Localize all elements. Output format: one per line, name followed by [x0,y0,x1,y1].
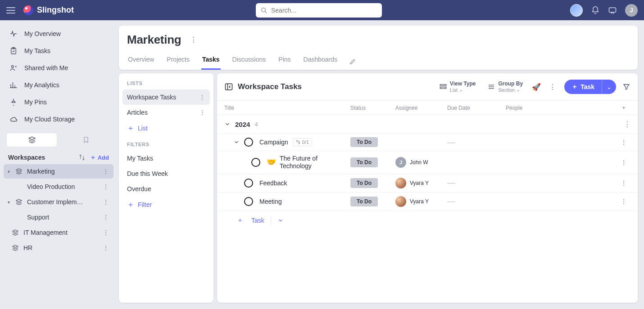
bookmark-toggle[interactable] [61,133,111,147]
group-row[interactable]: 2024 4 ⋮ [217,115,638,134]
workspace-it-management[interactable]: IT Management ⋮ [4,225,113,240]
more-icon[interactable]: ⋮ [617,139,630,146]
search-input[interactable] [271,7,377,14]
nav-my-overview[interactable]: My Overview [4,26,113,42]
group-title: 2024 [235,121,250,128]
nav-pins[interactable]: My Pins [4,94,113,110]
more-icon[interactable]: ⋮ [617,179,630,187]
add-label: Add [98,154,109,161]
complete-toggle[interactable] [244,197,253,206]
more-icon[interactable]: ⋮ [103,244,109,251]
tasks-more-icon[interactable]: ⋮ [547,81,558,93]
tab-discussions[interactable]: Discussions [231,53,267,70]
nav-analytics[interactable]: My Analytics [4,77,113,93]
complete-toggle[interactable] [251,158,260,167]
caret-down-icon[interactable]: ▾ [6,200,11,205]
tab-overview[interactable]: Overview [127,53,155,70]
tab-pins[interactable]: Pins [277,53,291,70]
rocket-icon[interactable]: 🚀 [532,83,541,91]
new-task-button[interactable]: ＋ Task [564,80,602,94]
more-icon[interactable]: ⋮ [103,229,109,236]
task-row[interactable]: Meeting To Do Vyara Y — ⋮ [217,193,638,211]
workspace-video-production[interactable]: Video Production ⋮ [4,179,113,194]
more-icon[interactable]: ⋮ [199,109,205,116]
more-icon[interactable]: ⋮ [103,214,109,221]
stack-toggle[interactable] [6,133,57,147]
swap-icon[interactable] [78,154,86,161]
chat-icon[interactable] [608,6,617,15]
assignee-cell[interactable]: J John W [395,157,447,168]
brand[interactable]: Slingshot [23,5,74,15]
view-type-selector[interactable]: View Type List⌄ [436,80,479,94]
add-list-button[interactable]: ＋ List [122,120,210,136]
col-title[interactable]: Title [224,105,350,111]
nav-cloud[interactable]: My Cloud Storage [4,111,113,127]
filter-overdue[interactable]: Overdue [122,181,210,197]
avatar-icon [395,196,406,207]
chevron-down-icon[interactable] [233,139,240,145]
more-icon[interactable]: ⋮ [617,159,630,166]
tab-tasks[interactable]: Tasks [201,53,221,70]
add-column-icon[interactable]: ＋ [617,104,630,112]
new-task-dropdown[interactable]: ⌄ [602,80,616,94]
chevron-down-icon[interactable] [277,217,284,224]
nav-my-tasks[interactable]: My Tasks [4,43,113,59]
add-task-button[interactable]: ＋ [235,215,245,225]
topbar: Slingshot J [0,0,644,20]
tab-dashboards[interactable]: Dashboards [303,53,339,70]
task-row[interactable]: Feedback To Do Vyara Y — ⋮ [217,174,638,193]
status-badge[interactable]: To Do [350,197,378,206]
menu-icon[interactable] [6,7,15,13]
col-status[interactable]: Status [350,105,395,111]
tab-projects[interactable]: Projects [166,53,190,70]
more-icon[interactable]: ⋮ [199,94,205,101]
workspace-support[interactable]: Support ⋮ [4,210,113,224]
user-avatar[interactable]: J [625,4,638,17]
due-cell[interactable]: — [447,138,506,147]
chevron-down-icon[interactable] [224,121,231,127]
bell-icon[interactable] [591,6,600,15]
col-people[interactable]: People [506,105,617,111]
add-filter-button[interactable]: ＋ Filter [122,197,210,213]
assignee-cell[interactable]: Vyara Y [395,196,447,207]
stack-icon [12,244,19,251]
workspace-marketing[interactable]: ▾ Marketing ⋮ [4,164,113,179]
nav-shared[interactable]: Shared with Me [4,60,113,76]
col-assignee[interactable]: Assignee [395,105,447,111]
more-icon[interactable]: ⋮ [103,183,109,190]
activity-icon [9,30,18,38]
assignee-cell[interactable]: Vyara Y [395,178,447,188]
status-badge[interactable]: To Do [350,157,378,167]
profile-avatar-icon[interactable] [570,4,583,17]
more-icon[interactable]: ⋮ [617,198,630,205]
add-workspace-link[interactable]: ＋ Add [90,153,109,161]
due-cell[interactable]: — [447,178,506,188]
share-people-icon [9,64,18,72]
task-row[interactable]: Campaign 0/1 To Do — ⋮ [217,134,638,151]
status-badge[interactable]: To Do [350,178,378,188]
complete-toggle[interactable] [244,179,253,188]
workspace-customer-implementation[interactable]: ▾ Customer Implementa... ⋮ [4,195,113,209]
list-articles[interactable]: Articles ⋮ [122,105,210,120]
add-filter-label: Filter [138,201,152,208]
filter-my-tasks[interactable]: My Tasks [122,151,210,166]
more-icon[interactable]: ⋮ [624,120,630,128]
complete-toggle[interactable] [244,138,253,147]
more-icon[interactable]: ⋮ [103,168,109,175]
page-more-icon[interactable]: ⋮ [188,34,199,46]
col-due[interactable]: Due Date [447,105,506,111]
workspace-hr[interactable]: HR ⋮ [4,241,113,255]
more-icon[interactable]: ⋮ [103,198,109,206]
caret-down-icon[interactable]: ▾ [6,169,11,174]
filter-due-this-week[interactable]: Due this Week [122,166,210,181]
list-workspace-tasks[interactable]: Workspace Tasks ⋮ [122,90,210,105]
brand-logo-icon [23,5,33,15]
filter-funnel-icon[interactable] [622,83,630,91]
global-search[interactable] [256,3,382,18]
group-by-selector[interactable]: Group By Section⌄ [485,80,526,94]
add-task-label[interactable]: Task [251,217,264,224]
task-row[interactable]: 🤝 The Future of Technology To Do J John … [217,151,638,174]
status-badge[interactable]: To Do [350,137,378,147]
edit-tabs-icon[interactable] [349,58,356,65]
due-cell[interactable]: — [447,197,506,206]
